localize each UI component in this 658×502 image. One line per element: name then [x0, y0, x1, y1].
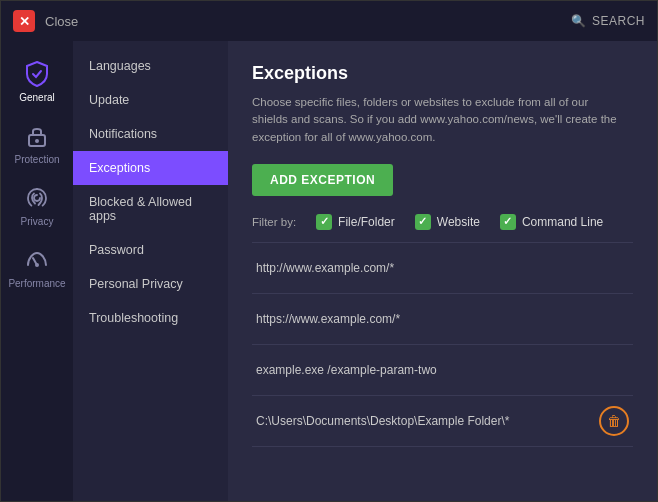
check-icon: ✓ — [320, 215, 329, 228]
menu-item-personal-privacy[interactable]: Personal Privacy — [73, 267, 228, 301]
check-icon-2: ✓ — [418, 215, 427, 228]
filter-command-line-label: Command Line — [522, 215, 603, 229]
main-layout: General Protection — [1, 41, 657, 501]
close-icon: ✕ — [19, 14, 30, 29]
section-description: Choose specific files, folders or websit… — [252, 94, 622, 146]
search-button[interactable]: 🔍 SEARCH — [571, 14, 645, 28]
filter-command-line[interactable]: ✓ Command Line — [500, 214, 603, 230]
exception-item-1: http://www.example.com/* 🗑 — [252, 243, 633, 294]
fingerprint-icon — [24, 185, 50, 211]
filter-file-folder[interactable]: ✓ File/Folder — [316, 214, 395, 230]
shield-icon — [24, 61, 50, 87]
filter-website-label: Website — [437, 215, 480, 229]
checkbox-command-line[interactable]: ✓ — [500, 214, 516, 230]
filter-file-folder-label: File/Folder — [338, 215, 395, 229]
content-area: Exceptions Choose specific files, folder… — [228, 41, 657, 501]
search-icon: 🔍 — [571, 14, 587, 28]
sidebar-label-protection: Protection — [14, 154, 59, 165]
checkbox-website[interactable]: ✓ — [415, 214, 431, 230]
menu-item-languages[interactable]: Languages — [73, 49, 228, 83]
trash-icon-4: 🗑 — [607, 413, 621, 429]
filter-website[interactable]: ✓ Website — [415, 214, 480, 230]
title-bar-left: ✕ Close — [13, 10, 78, 32]
svg-point-1 — [35, 139, 39, 143]
menu-item-update[interactable]: Update — [73, 83, 228, 117]
exceptions-list: http://www.example.com/* 🗑 https://www.e… — [252, 242, 633, 447]
menu-sidebar: Languages Update Notifications Exception… — [73, 41, 228, 501]
exception-item-4: C:\Users\Documents\Desktop\Example Folde… — [252, 396, 633, 447]
exception-item-3: example.exe /example-param-two 🗑 — [252, 345, 633, 396]
checkbox-file-folder[interactable]: ✓ — [316, 214, 332, 230]
menu-item-password[interactable]: Password — [73, 233, 228, 267]
page-title: Exceptions — [252, 63, 633, 84]
exception-url-1: http://www.example.com/* — [256, 261, 394, 275]
sidebar-item-privacy[interactable]: Privacy — [1, 173, 73, 235]
menu-item-notifications[interactable]: Notifications — [73, 117, 228, 151]
filter-row: Filter by: ✓ File/Folder ✓ Website ✓ — [252, 214, 633, 230]
sidebar-item-performance[interactable]: Performance — [1, 235, 73, 297]
search-label: SEARCH — [592, 14, 645, 28]
sidebar-item-protection[interactable]: Protection — [1, 111, 73, 173]
app-window: ✕ Close 🔍 SEARCH General — [0, 0, 658, 502]
delete-button-4[interactable]: 🗑 — [599, 406, 629, 436]
sidebar-label-performance: Performance — [8, 278, 65, 289]
sidebar-item-general[interactable]: General — [1, 49, 73, 111]
exception-url-3: example.exe /example-param-two — [256, 363, 437, 377]
sidebar-label-privacy: Privacy — [21, 216, 54, 227]
menu-item-exceptions[interactable]: Exceptions — [73, 151, 228, 185]
window-title: Close — [45, 14, 78, 29]
exception-item-2: https://www.example.com/* 🗑 — [252, 294, 633, 345]
menu-item-troubleshooting[interactable]: Troubleshooting — [73, 301, 228, 335]
exception-url-2: https://www.example.com/* — [256, 312, 400, 326]
sidebar-label-general: General — [19, 92, 55, 103]
icon-sidebar: General Protection — [1, 41, 73, 501]
add-exception-button[interactable]: ADD EXCEPTION — [252, 164, 393, 196]
close-button[interactable]: ✕ — [13, 10, 35, 32]
lock-icon — [24, 123, 50, 149]
check-icon-3: ✓ — [503, 215, 512, 228]
menu-item-blocked-allowed[interactable]: Blocked & Allowed apps — [73, 185, 228, 233]
exception-url-4: C:\Users\Documents\Desktop\Example Folde… — [256, 414, 509, 428]
filter-label: Filter by: — [252, 216, 296, 228]
gauge-icon — [24, 247, 50, 273]
title-bar: ✕ Close 🔍 SEARCH — [1, 1, 657, 41]
svg-point-2 — [35, 263, 39, 267]
